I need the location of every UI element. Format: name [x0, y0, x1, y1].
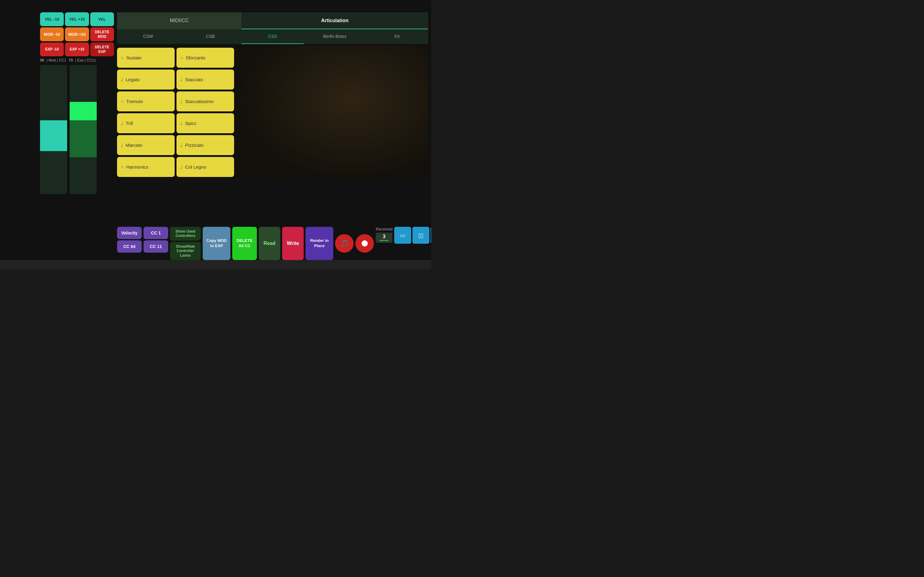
velocity-button[interactable]: Velocity	[117, 227, 142, 239]
sub-tab-csb[interactable]: CSB	[179, 29, 241, 44]
metronome-icon: 🎵	[340, 239, 349, 247]
trill-icon: ♩	[121, 120, 123, 126]
received-section: Received 3	[376, 227, 393, 260]
harmonics-icon: ○	[121, 164, 124, 170]
staccatissimo-icon: ♩	[180, 98, 183, 104]
fader-exp-fill-bright	[69, 102, 97, 120]
exp-minus-button[interactable]: EXP -10	[40, 42, 64, 56]
articulation-grid-container: ○ Sustain ○ Sforzanto ♩ Legato ♩ Staccat…	[117, 45, 234, 179]
cc11-value: 79	[69, 58, 73, 63]
main-screen: VEL -10 VEL +10 VEL MOD -10 MOD +10 DELE…	[0, 0, 431, 269]
artic-btn-staccatissimo[interactable]: ♩ Staccatissimo	[176, 92, 234, 111]
tab-midi-cc-label: MIDI/CC	[170, 18, 189, 23]
cc11-name: | Exp | CC11	[75, 58, 96, 63]
delete-all-cc-button[interactable]: DELETE All CC	[232, 227, 257, 260]
artic-btn-tremolo[interactable]: ○ Tremolo	[117, 92, 174, 111]
exp-plus-button[interactable]: EXP +10	[65, 42, 89, 56]
view-single-button[interactable]: ▭	[394, 227, 411, 244]
col-legno-icon: ♩	[180, 164, 183, 170]
read-button[interactable]: Read	[259, 227, 280, 260]
articulation-grid: ○ Sustain ○ Sforzanto ♩ Legato ♩ Staccat…	[117, 45, 234, 179]
sub-tab-css[interactable]: CSS	[241, 29, 304, 44]
fader-mod[interactable]	[40, 65, 67, 194]
piano-keyboard[interactable]	[0, 260, 431, 269]
view-single-icon: ▭	[400, 232, 405, 239]
legato-icon: ♩	[121, 77, 123, 82]
hand-overlay	[237, 45, 428, 179]
left-panel: VEL -10 VEL +10 VEL MOD -10 MOD +10 DELE…	[40, 12, 114, 194]
bottom-toolbar: Velocity CC 64 CC 1 CC 11 Show Used Cont…	[117, 227, 428, 260]
fader-mod-fill	[40, 120, 67, 151]
artic-btn-harmonics[interactable]: ○ Harmonics	[117, 157, 174, 177]
exp-row: EXP -10 EXP +10 DELETE EXP	[40, 42, 114, 56]
pizzicato-icon: ♩	[180, 142, 183, 148]
sub-tab-csw[interactable]: CSW	[117, 29, 179, 44]
cc11-button[interactable]: CC 11	[144, 240, 168, 253]
artic-btn-pizzicato[interactable]: ♩ Pizzicato	[176, 135, 234, 155]
tremolo-icon: ○	[121, 99, 124, 104]
render-in-place-button[interactable]: Render in Place	[305, 227, 333, 260]
delete-mod-button[interactable]: DELETE MOD	[90, 27, 114, 41]
vel-button[interactable]: VEL	[90, 12, 114, 26]
artic-btn-marcato[interactable]: ♩ Marcato	[117, 135, 174, 155]
right-dark-area	[237, 45, 428, 179]
cc1-name: | Mod | CC1	[47, 58, 66, 63]
show-hide-group: Show Used Controllers Show/Hide Controll…	[170, 227, 201, 260]
mod-minus-button[interactable]: MOD -10	[40, 27, 64, 41]
record-button[interactable]	[355, 234, 374, 253]
tab-midi-cc[interactable]: MIDI/CC	[117, 12, 241, 29]
top-tab-bar: MIDI/CC Articulation	[117, 12, 428, 29]
tab-articulation[interactable]: Articulation	[241, 12, 428, 29]
artic-btn-col-legno[interactable]: ♩ Col Legno	[176, 157, 234, 177]
received-label: Received	[376, 227, 393, 231]
view-dual-icon: ◫	[418, 232, 423, 239]
view-triple-button[interactable]: ⊟	[431, 227, 431, 244]
artic-btn-spicc[interactable]: ♩ Spicc	[176, 113, 234, 133]
transport-group: 🎵	[335, 227, 374, 260]
view-dual-button[interactable]: ◫	[412, 227, 429, 244]
cc-display: 96 | Mod | CC1 79 | Exp | CC11	[40, 58, 114, 63]
fader-exp[interactable]	[69, 65, 97, 194]
mod-row: MOD -10 MOD +10 DELETE MOD	[40, 27, 114, 41]
artic-btn-legato[interactable]: ♩ Legato	[117, 69, 174, 90]
show-hide-controller-lanes-button[interactable]: Show/Hide Controller Lanes	[170, 242, 201, 260]
vel-minus-button[interactable]: VEL -10	[40, 12, 64, 26]
sub-tab-xx[interactable]: XX	[366, 29, 428, 44]
record-arm-button[interactable]: 🎵	[335, 234, 354, 253]
toolbar-top-row: Velocity CC 64 CC 1 CC 11 Show Used Cont…	[117, 227, 428, 260]
cc64-button[interactable]: CC 64	[117, 240, 142, 253]
record-icon	[362, 240, 368, 247]
cc1-button[interactable]: CC 1	[144, 227, 168, 239]
spicc-icon: ♩	[180, 120, 183, 126]
write-button[interactable]: Write	[282, 227, 304, 260]
mod-plus-button[interactable]: MOD +10	[65, 27, 89, 41]
show-used-controllers-button[interactable]: Show Used Controllers	[170, 227, 201, 241]
artic-btn-trill[interactable]: ♩ Trill	[117, 113, 174, 133]
sustain-icon: ○	[121, 55, 124, 61]
marcato-icon: ♩	[121, 142, 123, 148]
vel-row: VEL -10 VEL +10 VEL	[40, 12, 114, 26]
received-bar	[380, 240, 389, 241]
main-panel: MIDI/CC Articulation CSW CSB CSS Berlin …	[117, 12, 428, 254]
copy-mod-to-exp-button[interactable]: Copy MOD to EXP	[203, 227, 230, 260]
cc-group: CC 1 CC 11	[144, 227, 168, 260]
artic-btn-sforzanto[interactable]: ○ Sforzanto	[176, 48, 234, 68]
sub-tab-berlin-brass[interactable]: Berlin Brass	[304, 29, 366, 44]
cc1-value: 96	[40, 58, 44, 63]
staccato-icon: ♩	[180, 77, 183, 82]
velocity-cc-group: Velocity CC 64	[117, 227, 142, 260]
artic-btn-sustain[interactable]: ○ Sustain	[117, 48, 174, 68]
view-buttons: ▭ ◫ ⊟ ☰	[394, 227, 431, 260]
received-display: 3	[376, 233, 393, 243]
delete-exp-button[interactable]: DELETE EXP	[90, 42, 114, 56]
faders-container	[40, 65, 114, 194]
received-value: 3	[380, 234, 389, 239]
vel-plus-button[interactable]: VEL +10	[65, 12, 89, 26]
artic-btn-staccato[interactable]: ♩ Staccato	[176, 69, 234, 90]
tab-articulation-label: Articulation	[321, 18, 349, 23]
sub-tab-bar: CSW CSB CSS Berlin Brass XX	[117, 29, 428, 44]
content-area: ○ Sustain ○ Sforzanto ♩ Legato ♩ Staccat…	[117, 45, 428, 179]
sforzanto-icon: ○	[180, 55, 183, 61]
